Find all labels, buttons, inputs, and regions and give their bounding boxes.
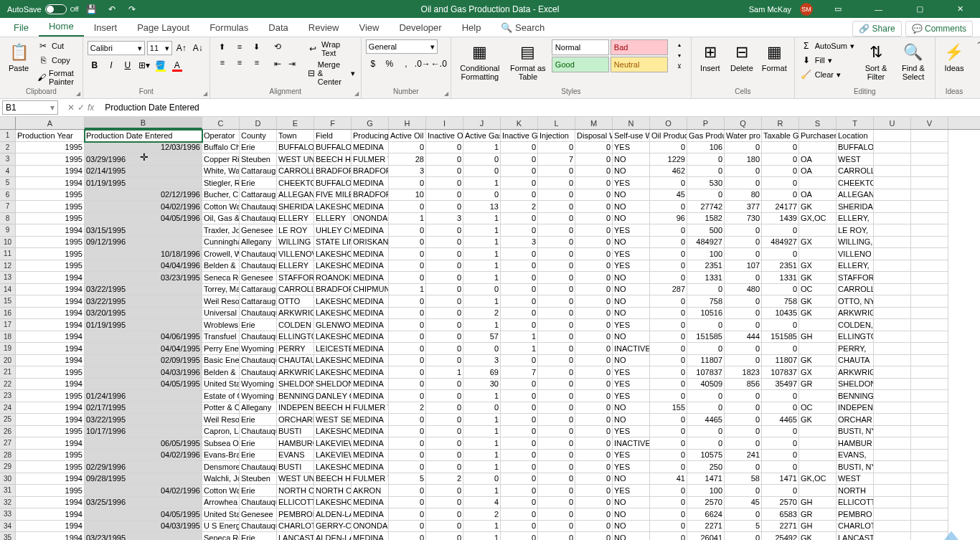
cell[interactable]: 0 [426,153,463,166]
cell[interactable]: VILLENO [837,248,874,260]
row-header[interactable]: 23 [0,390,16,402]
cell[interactable]: ELLINGTO [837,331,874,344]
cell[interactable]: GK [799,272,837,284]
cell[interactable]: 0 [538,355,575,367]
cell[interactable]: MEDINA [352,461,389,473]
cell[interactable]: INACTIVE [613,343,650,355]
cell[interactable]: NO [613,473,650,485]
cell[interactable]: Cotton Wa [202,485,240,497]
cell[interactable] [874,295,911,308]
cell[interactable]: 0 [575,331,613,344]
cell[interactable]: 0 [575,153,613,166]
cell[interactable]: 41 [650,473,687,485]
cell[interactable]: 0 [575,450,613,462]
cell[interactable]: 2 [463,308,501,320]
cell[interactable]: 0 [389,260,426,273]
cell[interactable]: MEDINA [352,177,389,189]
cell[interactable]: ELLICOTT, [837,497,874,509]
cell[interactable] [911,426,948,438]
cell[interactable]: 04/02/1996 [85,450,202,462]
cell[interactable]: GK [799,201,837,213]
cell[interactable]: SHELDON [837,379,874,391]
cell[interactable]: ALLEGAN [837,189,874,202]
cell[interactable]: 0 [389,379,426,391]
cell[interactable]: 0 [687,153,725,166]
cell[interactable]: 1995 [16,237,85,249]
cell[interactable]: 6583 [762,508,799,521]
cell[interactable]: 462 [650,166,687,178]
cell[interactable]: Erie [240,450,277,462]
cell[interactable]: 0 [575,379,613,391]
cell[interactable]: 0 [762,153,799,166]
cell[interactable]: 0 [650,426,687,438]
cell[interactable]: 0 [389,497,426,509]
cell[interactable]: EVANS [277,450,314,462]
cell[interactable]: NORTH CO [277,485,314,497]
cell[interactable] [799,461,837,473]
cell[interactable]: 1994 [16,224,85,237]
cell[interactable]: 484927 [687,237,725,249]
tab-developer[interactable]: Developer [389,19,451,37]
decrease-indent-button[interactable]: ⇤ [270,57,285,71]
cell[interactable]: 0 [575,177,613,189]
cell[interactable] [911,485,948,497]
cell[interactable]: 0 [538,224,575,237]
cell[interactable]: 1 [389,213,426,225]
cell[interactable]: 0 [650,461,687,473]
share-button[interactable]: 🔗 Share [852,21,901,37]
cell[interactable]: 4465 [687,414,725,426]
cell[interactable]: 0 [575,521,613,533]
cell[interactable]: Erie [240,532,277,540]
cell[interactable]: 09/12/1996 [85,237,202,249]
row-header[interactable]: 24 [0,402,16,415]
cell[interactable]: 04/03/1996 [85,366,202,379]
cell[interactable]: OA [799,153,837,166]
cell[interactable]: 06/05/1995 [85,437,202,450]
cell[interactable]: 1995 [16,142,85,154]
cell[interactable]: 0 [575,248,613,260]
cell[interactable]: 0 [538,237,575,249]
cell[interactable]: 0 [501,166,538,178]
cell[interactable]: Bucher, Cl [202,189,240,202]
cell[interactable]: 10/17/1996 [85,426,202,438]
cell[interactable] [874,521,911,533]
cell[interactable]: MEDINA [352,497,389,509]
cell[interactable] [874,355,911,367]
cell[interactable]: LAKESHOR [314,355,352,367]
cell[interactable]: 1331 [762,272,799,284]
cell[interactable]: 0 [501,461,538,473]
cell[interactable]: GH [799,331,837,344]
cell[interactable]: 2 [501,201,538,213]
cell[interactable]: 0 [501,497,538,509]
cell[interactable]: 3 [501,237,538,249]
row-header[interactable]: 2 [0,142,16,154]
cell[interactable]: 0 [463,343,501,355]
cell[interactable]: 0 [389,224,426,237]
cell[interactable] [911,213,948,225]
cell[interactable]: 0 [650,497,687,509]
cell[interactable]: 0 [426,402,463,415]
cell[interactable]: Chautauqu [240,248,277,260]
cell[interactable] [874,201,911,213]
row-header[interactable]: 5 [0,177,16,189]
cell[interactable]: 1994 [16,284,85,296]
cell[interactable]: 0 [389,437,426,450]
cell[interactable]: Estate of C [202,390,240,402]
cell[interactable]: STAFFOR [837,272,874,284]
cell[interactable]: INDEPEN [837,402,874,415]
cell[interactable]: YES [613,426,650,438]
cell[interactable]: CARROLLT [277,166,314,178]
cell[interactable] [911,237,948,249]
tab-pagelayout[interactable]: Page Layout [127,19,199,37]
cell[interactable]: 0 [501,390,538,402]
cell[interactable] [874,379,911,391]
cell[interactable]: 2271 [687,521,725,533]
cell[interactable]: 10/18/1996 [85,248,202,260]
cell[interactable] [874,485,911,497]
cut-button[interactable]: ✂Cut [36,39,78,52]
cell[interactable]: 0 [463,166,501,178]
cell[interactable]: 1994 [16,308,85,320]
cell[interactable]: BUSTI [277,461,314,473]
cell[interactable]: YES [613,461,650,473]
cell[interactable]: 287 [650,284,687,296]
